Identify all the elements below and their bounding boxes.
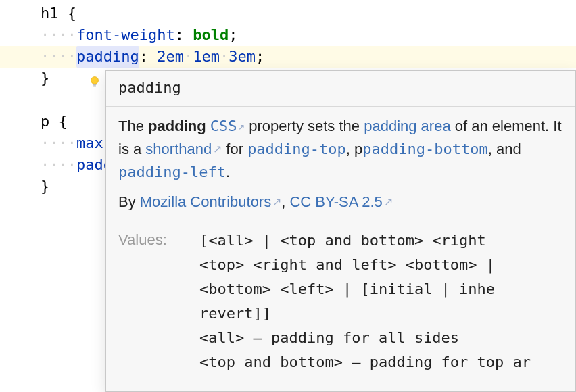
link-css[interactable]: CSS↗	[210, 118, 245, 134]
indent-guide: ····	[41, 154, 76, 176]
link-padding-top[interactable]: padding-top	[247, 141, 346, 157]
external-link-icon: ↗	[238, 120, 245, 132]
space-dot: ·	[220, 46, 229, 68]
lightbulb-icon[interactable]	[17, 51, 29, 63]
link-padding-left[interactable]: padding-left	[118, 164, 226, 180]
indent-guide: ····	[41, 46, 76, 68]
semicolon: ;	[229, 24, 237, 46]
semicolon: ;	[256, 46, 264, 68]
colon: :	[139, 46, 148, 68]
external-link-icon: ↗	[213, 143, 222, 155]
brace-close: }	[41, 68, 49, 89]
code-line-active[interactable]: ···· padding : 2em · 1em · 3em ;	[0, 46, 576, 68]
brace-close: }	[41, 176, 49, 197]
popup-values-section: Values: [<all> | <top and bottom> <right…	[106, 226, 575, 374]
value-bold: bold	[184, 24, 229, 46]
link-padding-area[interactable]: padding area	[364, 118, 450, 134]
popup-attribution: By Mozilla Contributors↗, CC BY-SA 2.5↗	[118, 191, 563, 214]
values-text: [<all> | <top and bottom> <right <top> <…	[199, 228, 531, 374]
indent-guide: ····	[41, 132, 76, 154]
popup-body: The padding CSS↗ property sets the paddi…	[106, 107, 575, 226]
colon: :	[175, 24, 184, 46]
code-line[interactable]: h1 {	[0, 3, 576, 24]
space-dot: ·	[184, 46, 193, 68]
indent-guide: ····	[41, 24, 76, 46]
selector-h1: h1	[41, 3, 59, 24]
value-2em: 2em	[148, 46, 184, 68]
brace-open: {	[59, 3, 77, 24]
code-line[interactable]: ···· font-weight : bold ;	[0, 24, 576, 46]
gutter	[5, 51, 41, 63]
link-shorthand[interactable]: shorthand↗	[145, 141, 222, 157]
link-mozilla-contributors[interactable]: Mozilla Contributors↗	[140, 193, 281, 210]
link-padding-bottom[interactable]: padding-bottom	[362, 141, 487, 157]
documentation-popup[interactable]: padding The padding CSS↗ property sets t…	[105, 70, 576, 392]
property-font-weight: font-weight	[76, 24, 175, 46]
value-1em: 1em	[193, 46, 220, 68]
value-3em: 3em	[229, 46, 256, 68]
property-padding: padding	[76, 46, 139, 68]
selector-p: p	[41, 111, 49, 132]
external-link-icon: ↗	[384, 196, 393, 207]
popup-paragraph: The padding CSS↗ property sets the paddi…	[118, 115, 563, 184]
property-name-strong: padding	[148, 118, 206, 134]
values-label: Values:	[118, 228, 199, 374]
brace-open: {	[49, 111, 68, 132]
external-link-icon: ↗	[272, 196, 281, 207]
popup-title: padding	[106, 71, 575, 107]
link-cc-license[interactable]: CC BY-SA 2.5↗	[289, 193, 392, 210]
